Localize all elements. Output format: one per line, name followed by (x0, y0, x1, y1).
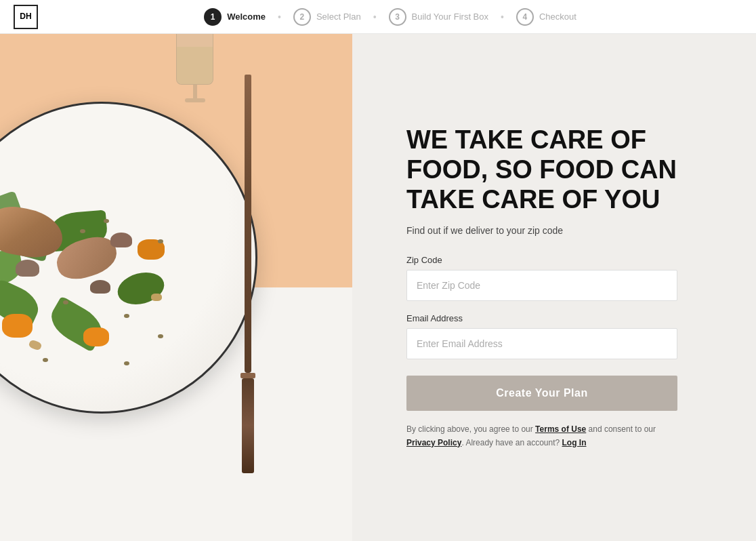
chicken-piece-1 (0, 203, 66, 262)
step-dot-3: • (501, 12, 504, 22)
mushroom-2 (90, 280, 110, 294)
sub-headline: Find out if we deliver to your zip code (406, 225, 715, 236)
glass-base (185, 98, 205, 102)
glass-decoration (173, 34, 217, 105)
glass-body (176, 34, 213, 85)
zip-code-label: Zip Code (406, 255, 715, 265)
lentil-8 (158, 239, 163, 243)
step-dot-2: • (373, 12, 377, 22)
lentil-1 (104, 219, 109, 223)
step-3-build-box[interactable]: 3 Build Your First Box (389, 8, 488, 26)
step-3-circle: 3 (389, 8, 406, 26)
step-4-checkout[interactable]: 4 Checkout (516, 8, 576, 26)
login-link[interactable]: Log In (562, 438, 587, 447)
steps-navigation: 1 Welcome • 2 Select Plan • 3 Build Your… (38, 8, 742, 26)
email-input[interactable] (406, 328, 677, 359)
terms-of-use-link[interactable]: Terms of Use (535, 424, 586, 434)
nut-1 (28, 339, 42, 350)
salad-leaf-7 (114, 268, 167, 310)
lentil-5 (158, 334, 163, 338)
lentil-7 (124, 361, 129, 365)
mushroom-1 (16, 260, 39, 277)
step-2-select-plan[interactable]: 2 Select Plan (293, 8, 361, 26)
lentil-4 (124, 314, 129, 318)
squash-1 (2, 314, 33, 338)
knife-handle (242, 378, 254, 473)
knife-blade (245, 75, 251, 373)
create-plan-button[interactable]: Create Your Plan (406, 376, 677, 411)
legal-text-between: and consent to our (586, 424, 656, 434)
knife-decoration (240, 75, 255, 468)
legal-text-before-terms: By clicking above, you agree to our (406, 424, 535, 434)
food-image-panel (0, 34, 352, 541)
glass-stem (193, 85, 197, 98)
lentil-2 (80, 229, 85, 233)
step-2-circle: 2 (293, 8, 311, 26)
main-headline: WE TAKE CARE OF FOOD, SO FOOD CAN TAKE C… (406, 125, 691, 214)
lentil-3 (63, 300, 68, 304)
mushroom-3 (110, 233, 132, 247)
glass-liquid (177, 47, 213, 84)
step-4-label: Checkout (539, 12, 576, 22)
email-label: Email Address (406, 313, 715, 323)
squash-3 (83, 327, 109, 346)
step-3-label: Build Your First Box (412, 12, 488, 22)
legal-text: By clicking above, you agree to our Term… (406, 423, 677, 449)
zip-code-group: Zip Code (406, 255, 715, 301)
welcome-form-panel: WE TAKE CARE OF FOOD, SO FOOD CAN TAKE C… (352, 34, 756, 541)
step-1-welcome[interactable]: 1 Welcome (204, 8, 266, 26)
step-1-label: Welcome (227, 12, 266, 22)
logo[interactable]: DH (14, 5, 38, 29)
legal-text-after: . Already have an account? (461, 438, 560, 447)
step-1-circle: 1 (204, 8, 222, 26)
nut-2 (151, 294, 162, 301)
email-group: Email Address (406, 313, 715, 359)
step-4-circle: 4 (516, 8, 534, 26)
step-2-label: Select Plan (316, 12, 361, 22)
lentil-6 (43, 358, 48, 362)
knife-guard (240, 373, 255, 378)
step-dot-1: • (278, 12, 281, 22)
privacy-policy-link[interactable]: Privacy Policy (406, 438, 461, 447)
main-content: WE TAKE CARE OF FOOD, SO FOOD CAN TAKE C… (0, 0, 756, 541)
zip-code-input[interactable] (406, 270, 677, 301)
header: DH 1 Welcome • 2 Select Plan • 3 Build Y… (0, 0, 756, 34)
